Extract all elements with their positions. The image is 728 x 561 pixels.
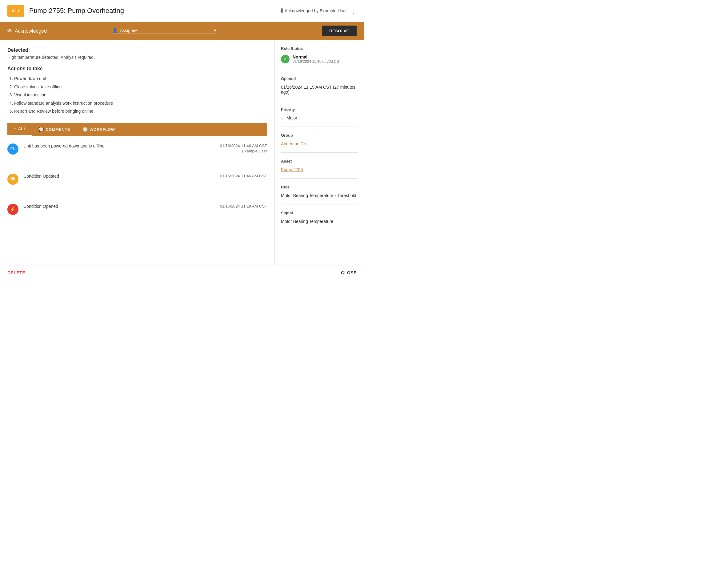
resolve-button[interactable]: RESOLVE	[322, 26, 357, 36]
page-header: #17 Pump 2755: Pump Overheating ⬇ Acknow…	[0, 0, 364, 22]
list-item: ⚡ Condition Opened 01/16/2024 11:19 AM C…	[7, 204, 267, 215]
actions-list: Power down unitClose valves, take offlin…	[7, 74, 267, 115]
tab-all[interactable]: ≡ ALL	[7, 123, 32, 136]
status-text: Acknowledged	[15, 28, 47, 34]
opened-title: Opened	[281, 76, 358, 81]
chevron-down-icon: ▼	[213, 28, 217, 33]
opened-section: Opened 01/16/2024 11:19 AM CST (27 minut…	[281, 76, 358, 101]
header-right: Acknowledged by Example User ⋮	[285, 7, 357, 14]
assignee-label: Assignee	[120, 28, 138, 33]
activity-date-1: 01/16/2024 11:46 AM CST	[220, 143, 267, 148]
right-panel: Rule Status ✓ Normal 01/16/2024 11:46:06…	[275, 40, 364, 265]
list-icon: ≡	[14, 126, 16, 131]
detected-heading: Detected:	[7, 47, 267, 53]
left-panel: Detected: High temperature detected. Ana…	[0, 40, 275, 265]
rule-status-section: Rule Status ✓ Normal 01/16/2024 11:46:06…	[281, 46, 358, 70]
tab-comments-label: COMMENTS	[46, 127, 70, 132]
more-options-icon[interactable]: ⋮	[350, 7, 357, 14]
list-item: EU Unit has been powered down and is off…	[7, 143, 267, 165]
tab-all-label: ALL	[18, 126, 26, 131]
list-item: Follow standard analysis work instructio…	[14, 99, 267, 107]
asset-title: Asset	[281, 159, 358, 163]
tab-workflow[interactable]: 🕐 WORKFLOW	[76, 123, 121, 135]
timeline-marker-1: EU	[7, 143, 18, 165]
detected-section: Detected: High temperature detected. Ana…	[7, 47, 267, 60]
timeline-line-1	[13, 156, 13, 165]
activity-user-1: Example User	[199, 149, 267, 153]
list-item: 👁 Condition Updated 01/16/2024 11:46 AM …	[7, 174, 267, 195]
actions-section: Actions to take Power down unitClose val…	[7, 66, 267, 115]
timeline-marker-2: 👁	[7, 174, 18, 195]
eye-icon: 👁	[7, 28, 12, 34]
group-title: Group	[281, 133, 358, 138]
opened-value: 01/16/2024 11:19 AM CST (27 minutes ago)	[281, 85, 358, 94]
priority-section: Priority ∨ Major	[281, 107, 358, 127]
activity-date-3: 01/16/2024 11:19 AM CST	[220, 204, 267, 208]
avatar-eu: EU	[7, 143, 18, 154]
activity-meta-2: 01/16/2024 11:46 AM CST	[199, 174, 267, 178]
tab-workflow-label: WORKFLOW	[90, 127, 115, 132]
avatar-condition-updated: 👁	[7, 174, 18, 185]
issue-badge: #17	[7, 5, 24, 17]
asset-section: Asset Pump 2755	[281, 159, 358, 178]
activity-text-3: Condition Opened	[23, 204, 58, 209]
rule-status-row: ✓ Normal 01/16/2024 11:46:06 AM CST	[281, 54, 358, 64]
status-bar: 👁 Acknowledged 👤 Assignee ▼ RESOLVE	[0, 22, 364, 40]
avatar-condition-opened: ⚡	[7, 204, 18, 215]
group-value[interactable]: Anderson Co.	[281, 141, 358, 146]
activity-meta-3: 01/16/2024 11:19 AM CST	[199, 204, 267, 208]
rule-value: Motor Bearing Temperature - Threshold	[281, 193, 358, 198]
activity-row-1: Unit has been powered down and is offlin…	[23, 143, 267, 153]
activity-date-2: 01/16/2024 11:46 AM CST	[220, 174, 267, 178]
activity-feed: EU Unit has been powered down and is off…	[7, 136, 267, 231]
list-item: Power down unit	[14, 74, 267, 83]
timeline-marker-3: ⚡	[7, 204, 18, 215]
status-check-icon: ✓	[281, 55, 290, 63]
status-info: Normal 01/16/2024 11:46:06 AM CST	[293, 54, 341, 64]
main-layout: Detected: High temperature detected. Ana…	[0, 40, 364, 265]
list-item: Close valves, take offline.	[14, 83, 267, 91]
timeline-line-2	[13, 186, 13, 195]
signal-value: Motor Bearing Temperature	[281, 219, 358, 224]
delete-button[interactable]: DELETE	[7, 270, 25, 275]
activity-text-2: Condition Updated	[23, 174, 59, 178]
signal-title: Signal	[281, 210, 358, 215]
activity-text-1: Unit has been powered down and is offlin…	[23, 143, 106, 148]
download-icon[interactable]: ⬇	[279, 7, 285, 14]
list-item: Report and Review before bringing online	[14, 107, 267, 115]
asset-value[interactable]: Pump 2755	[281, 167, 358, 172]
page-footer: DELETE CLOSE	[0, 265, 364, 280]
detected-text: High temperature detected. Analysis requ…	[7, 55, 267, 60]
status-time: 01/16/2024 11:46:06 AM CST	[293, 59, 341, 64]
priority-row: ∨ Major	[281, 115, 358, 120]
signal-section: Signal Motor Bearing Temperature	[281, 210, 358, 230]
person-icon: 👤	[112, 28, 118, 33]
status-name: Normal	[293, 54, 341, 59]
tab-comments[interactable]: 💬 COMMENTS	[32, 123, 76, 135]
actions-heading: Actions to take	[7, 66, 267, 71]
list-item: Visual inspection	[14, 91, 267, 99]
acknowledged-by-text: Acknowledged by Example User	[285, 8, 347, 13]
priority-value: Major	[286, 115, 297, 120]
chevron-down-icon[interactable]: ∨	[281, 115, 284, 120]
close-button[interactable]: CLOSE	[341, 270, 357, 275]
tabs-bar: ≡ ALL 💬 COMMENTS 🕐 WORKFLOW	[7, 123, 267, 136]
activity-row-2: Condition Updated 01/16/2024 11:46 AM CS…	[23, 174, 267, 178]
comment-icon: 💬	[38, 127, 44, 132]
rule-section: Rule Motor Bearing Temperature - Thresho…	[281, 185, 358, 204]
clock-icon: 🕐	[82, 127, 88, 132]
acknowledged-status: 👁 Acknowledged	[7, 28, 112, 34]
activity-row-3: Condition Opened 01/16/2024 11:19 AM CST	[23, 204, 267, 209]
page-title: Pump 2755: Pump Overheating	[29, 7, 275, 15]
assignee-dropdown[interactable]: 👤 Assignee ▼	[112, 28, 217, 34]
rule-status-title: Rule Status	[281, 46, 358, 51]
group-section: Group Anderson Co.	[281, 133, 358, 153]
priority-title: Priority	[281, 107, 358, 112]
activity-meta-1: 01/16/2024 11:46 AM CST Example User	[199, 143, 267, 153]
rule-title: Rule	[281, 185, 358, 189]
